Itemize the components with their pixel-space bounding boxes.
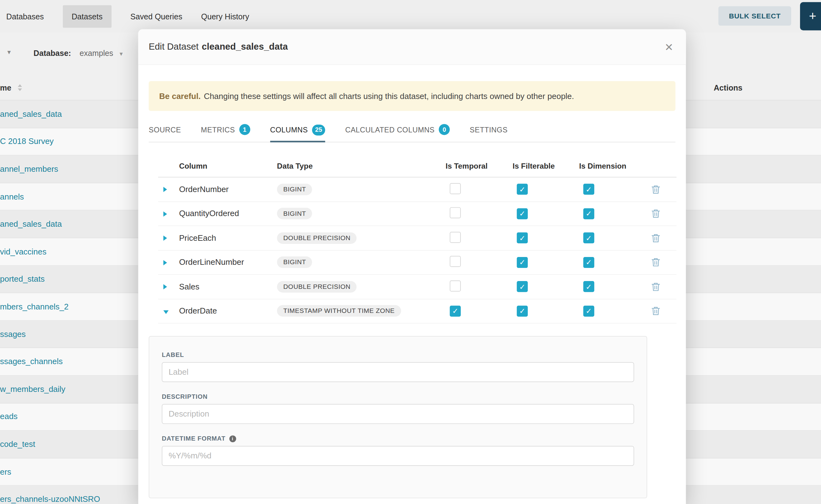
description-input[interactable] (162, 404, 634, 424)
is-dimension-checkbox[interactable] (583, 305, 594, 316)
expand-caret-icon[interactable] (163, 236, 167, 241)
data-type-pill: TIMESTAMP WITHOUT TIME ZONE (277, 305, 401, 317)
data-type-pill: DOUBLE PRECISION (277, 281, 357, 293)
close-icon[interactable]: ✕ (665, 42, 673, 52)
info-icon[interactable]: i (229, 435, 236, 442)
datetime-format-input[interactable] (162, 446, 634, 466)
delete-icon[interactable] (651, 258, 660, 267)
expand-caret-icon[interactable] (163, 310, 169, 314)
columns-table: Column Data Type Is Temporal Is Filterab… (158, 154, 676, 323)
modal-title-prefix: Edit Dataset (149, 41, 199, 52)
column-name: OrderDate (179, 306, 277, 316)
data-type-pill: BIGINT (277, 208, 312, 220)
is-filterable-checkbox[interactable] (517, 208, 528, 219)
expand-caret-icon[interactable] (163, 284, 167, 289)
is-dimension-header: Is Dimension (576, 161, 644, 170)
delete-icon[interactable] (651, 282, 660, 291)
data-type-pill: BIGINT (277, 184, 312, 195)
delete-icon[interactable] (651, 233, 660, 243)
is-temporal-checkbox[interactable] (450, 280, 461, 291)
modal-header: Edit Datasetcleaned_sales_data ✕ (138, 29, 686, 65)
is-dimension-checkbox[interactable] (583, 184, 594, 195)
columns-rows: OrderNumber BIGINT QuantityOrdered BIGIN… (158, 177, 676, 324)
delete-icon[interactable] (651, 185, 660, 194)
column-row: OrderLineNumber BIGINT (158, 250, 676, 275)
modal-tab[interactable]: METRICS 1 (201, 118, 250, 142)
warning-bold-text: Be careful. (159, 91, 201, 101)
modal-title: Edit Datasetcleaned_sales_data (149, 41, 288, 52)
is-filterable-checkbox[interactable] (517, 233, 528, 244)
column-row: QuantityOrdered BIGINT (158, 202, 676, 226)
is-dimension-checkbox[interactable] (583, 281, 594, 292)
modal-tab-label: CALCULATED COLUMNS (345, 125, 435, 134)
modal-title-dataset-name: cleaned_sales_data (202, 41, 288, 52)
modal-tab-label: COLUMNS (270, 126, 308, 134)
column-name: OrderNumber (179, 185, 277, 194)
column-row: Sales DOUBLE PRECISION (158, 275, 676, 299)
modal-tab-label: SETTINGS (470, 125, 508, 134)
column-detail-panel: LABEL DESCRIPTION DATETIME FORMAT i (149, 336, 647, 498)
modal-body: Be careful. Changing these settings will… (138, 81, 686, 498)
tab-count-badge: 0 (439, 124, 450, 135)
column-row: OrderDate TIMESTAMP WITHOUT TIME ZONE (158, 299, 676, 324)
is-temporal-checkbox[interactable] (450, 305, 461, 316)
modal-tab[interactable]: SOURCE (149, 118, 181, 142)
is-dimension-checkbox[interactable] (583, 233, 594, 244)
label-field: LABEL (162, 351, 634, 382)
is-filterable-header: Is Filterable (510, 161, 576, 170)
expand-caret-icon[interactable] (163, 187, 167, 192)
column-header: Column (179, 161, 277, 170)
is-filterable-checkbox[interactable] (517, 184, 528, 195)
tab-count-badge: 1 (239, 124, 250, 135)
warning-banner: Be careful. Changing these settings will… (149, 81, 675, 111)
is-dimension-checkbox[interactable] (583, 208, 594, 219)
expand-caret-icon[interactable] (163, 211, 167, 217)
is-filterable-checkbox[interactable] (517, 257, 528, 268)
modal-tab[interactable]: SETTINGS (470, 118, 508, 142)
modal-tab[interactable]: CALCULATED COLUMNS 0 (345, 118, 450, 142)
column-name: QuantityOrdered (179, 209, 277, 218)
modal-tab[interactable]: COLUMNS 25 (270, 118, 325, 142)
data-type-header: Data Type (277, 161, 443, 170)
modal-tab-label: SOURCE (149, 125, 181, 134)
column-row: OrderNumber BIGINT (158, 177, 676, 202)
delete-icon[interactable] (651, 306, 660, 316)
is-filterable-checkbox[interactable] (517, 281, 528, 292)
warning-text: Changing these settings will affect all … (204, 91, 574, 101)
label-field-label: LABEL (162, 351, 634, 358)
column-name: PriceEach (179, 233, 277, 243)
label-input[interactable] (162, 362, 634, 382)
datetime-format-label-text: DATETIME FORMAT (162, 435, 225, 442)
label-field-label-text: LABEL (162, 351, 184, 358)
description-field-label-text: DESCRIPTION (162, 393, 208, 400)
columns-header-row: Column Data Type Is Temporal Is Filterab… (158, 154, 676, 177)
is-temporal-checkbox[interactable] (450, 256, 461, 267)
edit-dataset-modal: Edit Datasetcleaned_sales_data ✕ Be care… (138, 29, 686, 504)
expand-caret-icon[interactable] (163, 260, 167, 265)
column-row: PriceEach DOUBLE PRECISION (158, 226, 676, 250)
is-filterable-checkbox[interactable] (517, 305, 528, 316)
is-temporal-checkbox[interactable] (450, 207, 461, 218)
is-dimension-checkbox[interactable] (583, 257, 594, 268)
description-field: DESCRIPTION (162, 393, 634, 424)
datetime-format-field-label: DATETIME FORMAT i (162, 435, 634, 442)
modal-tabs: SOURCE METRICS 1 COLUMNS 25 CALCULATED C… (149, 118, 675, 142)
is-temporal-checkbox[interactable] (450, 232, 461, 243)
data-type-pill: DOUBLE PRECISION (277, 232, 357, 244)
datetime-format-field: DATETIME FORMAT i (162, 435, 634, 466)
is-temporal-checkbox[interactable] (450, 183, 461, 194)
description-field-label: DESCRIPTION (162, 393, 634, 400)
tab-count-badge: 25 (312, 124, 325, 135)
app-root: Databases Datasets Saved Queries Query H… (0, 0, 821, 504)
data-type-pill: BIGINT (277, 257, 312, 268)
modal-tab-label: METRICS (201, 125, 235, 134)
is-temporal-header: Is Temporal (443, 161, 510, 170)
column-name: Sales (179, 282, 277, 291)
delete-icon[interactable] (651, 209, 660, 218)
column-name: OrderLineNumber (179, 258, 277, 267)
